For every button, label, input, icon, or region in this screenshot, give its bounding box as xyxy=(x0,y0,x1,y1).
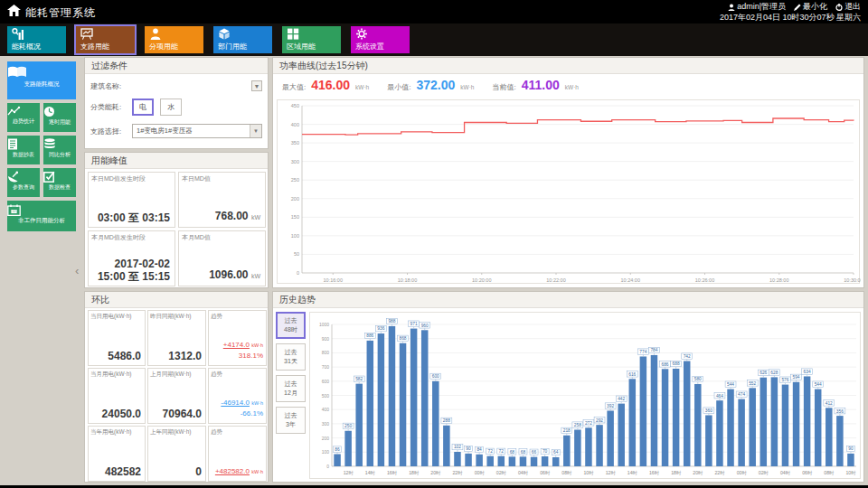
ring-compare-title: 环比 xyxy=(85,292,268,308)
svg-text:02时: 02时 xyxy=(759,470,769,475)
nav-tab-branch-energy[interactable]: 支路用能 xyxy=(76,26,135,53)
cell-value: 5486.0 xyxy=(108,350,141,362)
current-label: 当前值: xyxy=(492,82,515,92)
sidebar-item-yoy-analysis[interactable]: 同比分析 xyxy=(43,136,76,164)
branch-select-value: 1#变电房1#变压器 xyxy=(133,127,250,136)
svg-text:450: 450 xyxy=(291,103,299,108)
sidebar-collapse-chevron[interactable]: ‹ xyxy=(75,264,79,277)
nav-tab-system-settings[interactable]: 系统设置 xyxy=(351,26,410,53)
svg-text:10:24:00: 10:24:00 xyxy=(621,277,640,283)
svg-text:18时: 18时 xyxy=(671,470,682,475)
sidebar-item-data-check[interactable]: 数据检查 xyxy=(43,168,76,197)
svg-text:150: 150 xyxy=(291,214,299,220)
sidebar-item-label: 同比分析 xyxy=(43,151,76,159)
logout-button[interactable]: 退出 xyxy=(835,2,861,12)
sidebar-item-label: 非工作日用能分析 xyxy=(7,217,76,225)
svg-text:784: 784 xyxy=(650,348,657,352)
svg-text:10:26:00: 10:26:00 xyxy=(695,277,714,283)
sidebar-item-hourly-energy[interactable]: 逐时用能 xyxy=(43,103,76,132)
minimize-label: 最小化 xyxy=(803,2,827,12)
svg-text:634: 634 xyxy=(804,370,811,374)
lastmonth-usage-cell: 上月同期(kW·h) 70964.0 xyxy=(147,368,206,424)
svg-text:08时: 08时 xyxy=(824,470,835,475)
max-unit: kW·h xyxy=(355,84,369,90)
min-unit: kW·h xyxy=(460,84,474,90)
current-value: 411.00 xyxy=(522,78,560,92)
open-book-icon xyxy=(7,66,27,79)
minimize-button[interactable]: 最小化 xyxy=(794,2,827,12)
peak-panel-title: 用能峰值 xyxy=(85,153,268,169)
range-past-3y-button[interactable]: 过去3年 xyxy=(276,407,306,434)
main-nav: 能耗概况 支路用能 分项用能 部门用能 区域用能 系统设置 xyxy=(0,23,868,56)
svg-text:1000: 1000 xyxy=(319,322,329,327)
sidebar-item-nonworkday-analysis[interactable]: 12 非工作日用能分析 xyxy=(7,201,76,231)
nav-tab-label: 区域用能 xyxy=(287,42,316,52)
svg-text:10:28:00: 10:28:00 xyxy=(769,277,788,283)
user-menu[interactable]: admin|管理员 xyxy=(728,2,786,12)
svg-text:936: 936 xyxy=(377,326,384,331)
category-electric-button[interactable]: 电 xyxy=(132,99,154,116)
svg-text:580: 580 xyxy=(694,377,702,381)
nav-tab-department-energy[interactable]: 部门用能 xyxy=(213,26,272,53)
svg-text:20时: 20时 xyxy=(430,470,441,475)
building-name-label: 建筑名称: xyxy=(90,81,132,91)
svg-text:360: 360 xyxy=(705,408,712,413)
svg-text:250: 250 xyxy=(291,177,299,183)
svg-text:272: 272 xyxy=(585,421,592,426)
svg-text:102: 102 xyxy=(454,445,461,449)
cell-label: 本日MD值 xyxy=(182,174,211,183)
svg-text:12时: 12时 xyxy=(344,470,354,475)
nav-tab-label: 系统设置 xyxy=(355,42,384,52)
svg-text:90: 90 xyxy=(848,446,854,451)
nav-tab-label: 分项用能 xyxy=(149,42,178,52)
category-water-button[interactable]: 水 xyxy=(160,99,182,116)
svg-text:200: 200 xyxy=(291,196,299,202)
svg-text:552: 552 xyxy=(749,381,756,386)
cell-label: 当年用电(kW·h) xyxy=(90,428,132,436)
svg-text:900: 900 xyxy=(322,336,330,342)
chevron-down-icon: ▼ xyxy=(250,125,261,137)
year-trend-cell: 趋势 +482582.0 kW·h xyxy=(208,426,267,482)
svg-text:22时: 22时 xyxy=(452,470,463,475)
nav-tab-area-energy[interactable]: 区域用能 xyxy=(282,26,341,53)
sidebar-item-label: 逐时用能 xyxy=(43,118,76,127)
satellite-dish-icon xyxy=(7,171,19,183)
person-icon xyxy=(149,28,162,40)
range-past-48h-button[interactable]: 过去48时 xyxy=(276,312,306,339)
nav-tab-label: 支路用能 xyxy=(80,42,109,52)
svg-text:288: 288 xyxy=(443,418,450,423)
svg-text:84: 84 xyxy=(476,447,482,452)
svg-text:06时: 06时 xyxy=(802,470,813,475)
svg-text:14时: 14时 xyxy=(627,470,638,475)
nav-tab-energy-overview[interactable]: 能耗概况 xyxy=(7,26,66,53)
category-label: 分类能耗: xyxy=(90,102,132,112)
year-usage-cell: 当年用电(kW·h) 482582 xyxy=(88,426,146,482)
branch-select[interactable]: 1#变电房1#变压器 ▼ xyxy=(132,124,262,138)
svg-text:90: 90 xyxy=(466,446,471,451)
sidebar-item-branch-overview[interactable]: 支路能耗概况 xyxy=(7,61,76,99)
svg-text:350: 350 xyxy=(291,140,299,145)
content-area: 支路能耗概况 趋势统计 逐时用能 数据抄表 同比分析 参数查询 xyxy=(0,56,868,485)
range-past-12m-button[interactable]: 过去12月 xyxy=(276,375,306,402)
nav-tab-category-energy[interactable]: 分项用能 xyxy=(145,26,203,53)
range-past-31d-button[interactable]: 过去31天 xyxy=(276,343,306,371)
svg-text:300: 300 xyxy=(322,421,330,427)
today-md-value-cell: 本日MD值 768.00 kW xyxy=(178,172,266,228)
check-square-icon xyxy=(43,171,55,183)
gear-icon xyxy=(355,28,368,40)
sidebar-item-trend-statistics[interactable]: 趋势统计 xyxy=(7,103,40,132)
sidebar: 支路能耗概况 趋势统计 逐时用能 数据抄表 同比分析 参数查询 xyxy=(7,61,76,231)
svg-text:576: 576 xyxy=(781,378,788,382)
cell-value: 1096.00 kW xyxy=(209,268,260,283)
cell-label: 当日用电(kW·h) xyxy=(90,313,132,321)
month-trend-cell: 趋势 -46914.0 kW·h-66.1% xyxy=(208,368,267,424)
sidebar-item-parameter-query[interactable]: 参数查询 xyxy=(7,168,40,197)
building-name-dropdown[interactable]: ▼ xyxy=(251,80,262,91)
sidebar-item-label: 支路能耗概况 xyxy=(7,80,76,89)
svg-text:66: 66 xyxy=(532,450,537,455)
power-stats-row: 最大值: 416.00 kW·h 最小值: 372.00 kW·h 当前值: 4… xyxy=(273,74,863,96)
svg-text:16时: 16时 xyxy=(387,470,398,475)
sidebar-item-data-meter-reading[interactable]: 数据抄表 xyxy=(7,136,40,164)
svg-text:00时: 00时 xyxy=(475,470,486,475)
cell-label: 趋势 xyxy=(211,313,222,321)
